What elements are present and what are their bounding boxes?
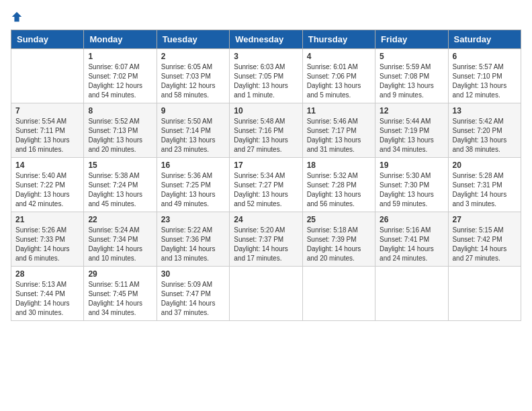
- calendar-cell: 28Sunrise: 5:13 AMSunset: 7:44 PMDayligh…: [11, 267, 84, 321]
- cell-info: Sunrise: 5:46 AMSunset: 7:17 PMDaylight:…: [307, 117, 371, 154]
- cell-info: Sunrise: 5:32 AMSunset: 7:28 PMDaylight:…: [307, 171, 371, 209]
- cell-info: Sunrise: 5:54 AMSunset: 7:11 PMDaylight:…: [15, 117, 79, 154]
- calendar-week-row: 28Sunrise: 5:13 AMSunset: 7:44 PMDayligh…: [11, 267, 521, 321]
- cell-info: Sunrise: 6:07 AMSunset: 7:02 PMDaylight:…: [88, 62, 152, 100]
- calendar-week-row: 14Sunrise: 5:40 AMSunset: 7:22 PMDayligh…: [11, 158, 521, 212]
- calendar-cell: 10Sunrise: 5:48 AMSunset: 7:16 PMDayligh…: [230, 103, 302, 158]
- cell-info: Sunrise: 6:05 AMSunset: 7:03 PMDaylight:…: [161, 62, 225, 100]
- calendar-cell: 3Sunrise: 6:03 AMSunset: 7:05 PMDaylight…: [230, 49, 302, 103]
- calendar-cell: 9Sunrise: 5:50 AMSunset: 7:14 PMDaylight…: [157, 103, 229, 158]
- cell-info: Sunrise: 5:26 AMSunset: 7:33 PMDaylight:…: [15, 226, 79, 263]
- calendar-cell: 30Sunrise: 5:09 AMSunset: 7:47 PMDayligh…: [157, 267, 229, 321]
- cell-date-number: 11: [307, 106, 371, 116]
- cell-date-number: 2: [161, 52, 225, 61]
- calendar-cell: 2Sunrise: 6:05 AMSunset: 7:03 PMDaylight…: [157, 49, 229, 103]
- cell-info: Sunrise: 5:36 AMSunset: 7:25 PMDaylight:…: [161, 171, 225, 209]
- calendar-cell: 8Sunrise: 5:52 AMSunset: 7:13 PMDaylight…: [84, 103, 157, 158]
- calendar-cell: 6Sunrise: 5:57 AMSunset: 7:10 PMDaylight…: [448, 49, 521, 103]
- cell-date-number: 24: [234, 215, 298, 224]
- calendar-cell: 29Sunrise: 5:11 AMSunset: 7:45 PMDayligh…: [84, 267, 157, 321]
- calendar-week-row: 21Sunrise: 5:26 AMSunset: 7:33 PMDayligh…: [11, 212, 521, 267]
- calendar-week-row: 7Sunrise: 5:54 AMSunset: 7:11 PMDaylight…: [11, 103, 521, 158]
- weekday-header-thursday: Thursday: [302, 30, 375, 49]
- calendar-cell: 22Sunrise: 5:24 AMSunset: 7:34 PMDayligh…: [84, 212, 157, 267]
- calendar-cell: [11, 49, 84, 103]
- calendar-cell: 23Sunrise: 5:22 AMSunset: 7:36 PMDayligh…: [157, 212, 229, 267]
- calendar-cell: 7Sunrise: 5:54 AMSunset: 7:11 PMDaylight…: [11, 103, 84, 158]
- calendar-cell: 26Sunrise: 5:16 AMSunset: 7:41 PMDayligh…: [375, 212, 448, 267]
- cell-date-number: 13: [453, 106, 517, 116]
- calendar-cell: [375, 267, 448, 321]
- cell-date-number: 4: [307, 52, 371, 61]
- cell-info: Sunrise: 5:18 AMSunset: 7:39 PMDaylight:…: [307, 226, 371, 263]
- cell-date-number: 23: [161, 215, 225, 224]
- calendar-cell: 25Sunrise: 5:18 AMSunset: 7:39 PMDayligh…: [302, 212, 375, 267]
- calendar-week-row: 1Sunrise: 6:07 AMSunset: 7:02 PMDaylight…: [11, 49, 521, 103]
- cell-info: Sunrise: 5:44 AMSunset: 7:19 PMDaylight:…: [380, 117, 443, 154]
- cell-info: Sunrise: 5:38 AMSunset: 7:24 PMDaylight:…: [88, 171, 152, 209]
- calendar-cell: 14Sunrise: 5:40 AMSunset: 7:22 PMDayligh…: [11, 158, 84, 212]
- cell-info: Sunrise: 5:16 AMSunset: 7:41 PMDaylight:…: [380, 226, 443, 263]
- cell-date-number: 17: [234, 161, 298, 170]
- cell-date-number: 1: [88, 52, 152, 61]
- cell-info: Sunrise: 5:13 AMSunset: 7:44 PMDaylight:…: [15, 280, 79, 318]
- calendar-cell: 13Sunrise: 5:42 AMSunset: 7:20 PMDayligh…: [448, 103, 521, 158]
- cell-info: Sunrise: 5:52 AMSunset: 7:13 PMDaylight:…: [88, 117, 152, 154]
- calendar-cell: 20Sunrise: 5:28 AMSunset: 7:31 PMDayligh…: [448, 158, 521, 212]
- cell-info: Sunrise: 5:15 AMSunset: 7:42 PMDaylight:…: [453, 226, 517, 263]
- cell-info: Sunrise: 5:28 AMSunset: 7:31 PMDaylight:…: [453, 171, 517, 209]
- calendar-cell: 4Sunrise: 6:01 AMSunset: 7:06 PMDaylight…: [302, 49, 375, 103]
- calendar-cell: 15Sunrise: 5:38 AMSunset: 7:24 PMDayligh…: [84, 158, 157, 212]
- cell-date-number: 30: [161, 269, 225, 279]
- cell-info: Sunrise: 5:57 AMSunset: 7:10 PMDaylight:…: [453, 62, 517, 100]
- calendar-cell: 12Sunrise: 5:44 AMSunset: 7:19 PMDayligh…: [375, 103, 448, 158]
- calendar-cell: 11Sunrise: 5:46 AMSunset: 7:17 PMDayligh…: [302, 103, 375, 158]
- cell-info: Sunrise: 5:42 AMSunset: 7:20 PMDaylight:…: [453, 117, 517, 154]
- cell-info: Sunrise: 5:50 AMSunset: 7:14 PMDaylight:…: [161, 117, 225, 154]
- cell-date-number: 19: [380, 161, 443, 170]
- calendar-cell: [230, 267, 302, 321]
- cell-info: Sunrise: 5:59 AMSunset: 7:08 PMDaylight:…: [380, 62, 443, 100]
- cell-info: Sunrise: 5:24 AMSunset: 7:34 PMDaylight:…: [88, 226, 152, 263]
- cell-date-number: 3: [234, 52, 298, 61]
- weekday-header-tuesday: Tuesday: [157, 30, 229, 49]
- cell-date-number: 8: [88, 106, 152, 116]
- cell-info: Sunrise: 6:03 AMSunset: 7:05 PMDaylight:…: [234, 62, 298, 100]
- cell-date-number: 16: [161, 161, 225, 170]
- cell-date-number: 5: [380, 52, 443, 61]
- cell-info: Sunrise: 5:09 AMSunset: 7:47 PMDaylight:…: [161, 280, 225, 318]
- cell-date-number: 27: [453, 215, 517, 224]
- logo: [11, 11, 26, 23]
- calendar-table: SundayMondayTuesdayWednesdayThursdayFrid…: [11, 30, 521, 321]
- cell-info: Sunrise: 6:01 AMSunset: 7:06 PMDaylight:…: [307, 62, 371, 100]
- logo-icon: [11, 11, 23, 23]
- cell-info: Sunrise: 5:11 AMSunset: 7:45 PMDaylight:…: [88, 280, 152, 318]
- calendar-cell: 17Sunrise: 5:34 AMSunset: 7:27 PMDayligh…: [230, 158, 302, 212]
- cell-info: Sunrise: 5:34 AMSunset: 7:27 PMDaylight:…: [234, 171, 298, 209]
- calendar-cell: 18Sunrise: 5:32 AMSunset: 7:28 PMDayligh…: [302, 158, 375, 212]
- weekday-header-saturday: Saturday: [448, 30, 521, 49]
- calendar-cell: 16Sunrise: 5:36 AMSunset: 7:25 PMDayligh…: [157, 158, 229, 212]
- cell-date-number: 22: [88, 215, 152, 224]
- cell-date-number: 28: [15, 269, 79, 279]
- calendar-cell: 5Sunrise: 5:59 AMSunset: 7:08 PMDaylight…: [375, 49, 448, 103]
- cell-date-number: 21: [15, 215, 79, 224]
- cell-date-number: 29: [88, 269, 152, 279]
- calendar-cell: [302, 267, 375, 321]
- cell-info: Sunrise: 5:40 AMSunset: 7:22 PMDaylight:…: [15, 171, 79, 209]
- weekday-header-wednesday: Wednesday: [230, 30, 302, 49]
- cell-date-number: 7: [15, 106, 79, 116]
- cell-date-number: 10: [234, 106, 298, 116]
- cell-info: Sunrise: 5:22 AMSunset: 7:36 PMDaylight:…: [161, 226, 225, 263]
- weekday-header-sunday: Sunday: [11, 30, 84, 49]
- cell-date-number: 20: [453, 161, 517, 170]
- calendar-cell: [448, 267, 521, 321]
- cell-info: Sunrise: 5:30 AMSunset: 7:30 PMDaylight:…: [380, 171, 443, 209]
- svg-marker-0: [12, 12, 21, 21]
- cell-date-number: 14: [15, 161, 79, 170]
- weekday-header-monday: Monday: [84, 30, 157, 49]
- calendar-header-row: SundayMondayTuesdayWednesdayThursdayFrid…: [11, 30, 521, 49]
- calendar-cell: 1Sunrise: 6:07 AMSunset: 7:02 PMDaylight…: [84, 49, 157, 103]
- cell-date-number: 18: [307, 161, 371, 170]
- cell-date-number: 12: [380, 106, 443, 116]
